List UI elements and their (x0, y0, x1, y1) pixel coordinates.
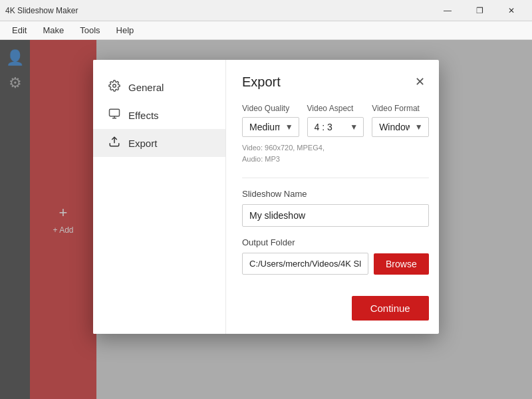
video-aspect-select-wrapper: 4 : 3 16 : 9 1 : 1 ▼ (307, 117, 364, 137)
dialog-sidebar: General Effects (93, 60, 226, 334)
slideshow-name-label: Slideshow Name (242, 189, 429, 199)
sidebar-item-effects[interactable]: Effects (93, 101, 225, 129)
menu-tools[interactable]: Tools (73, 23, 106, 38)
video-format-select-wrapper: Windows Mac Web DVD ▼ (372, 117, 429, 137)
effects-icon (108, 108, 120, 122)
slideshow-name-input[interactable] (242, 204, 429, 227)
dialog-header: Export ✕ (242, 73, 429, 90)
video-aspect-select[interactable]: 4 : 3 16 : 9 1 : 1 (308, 118, 364, 136)
video-info: Video: 960x720, MPEG4, Audio: MP3 (242, 142, 429, 164)
browse-button[interactable]: Browse (374, 253, 429, 275)
general-icon (108, 80, 120, 94)
maximize-button[interactable]: ❐ (464, 1, 495, 21)
sidebar-general-label: General (128, 82, 164, 93)
dialog-main-content: Export ✕ Video Quality Low Medium High U… (226, 60, 439, 334)
title-bar: 4K Slideshow Maker — ❐ ✕ (0, 0, 532, 21)
output-folder-input[interactable] (242, 253, 368, 275)
continue-button[interactable]: Continue (352, 296, 429, 321)
output-folder-group: Output Folder Browse (242, 237, 429, 275)
dialog-overlay: General Effects (0, 40, 532, 399)
svg-rect-1 (110, 109, 120, 116)
output-folder-label: Output Folder (242, 237, 429, 247)
video-quality-select-wrapper: Low Medium High Ultra ▼ (242, 117, 299, 137)
video-aspect-group: Video Aspect 4 : 3 16 : 9 1 : 1 ▼ (307, 104, 364, 137)
video-quality-group: Video Quality Low Medium High Ultra ▼ (242, 104, 299, 137)
video-quality-select[interactable]: Low Medium High Ultra (243, 118, 299, 136)
export-dialog: General Effects (93, 60, 439, 334)
close-button[interactable]: ✕ (496, 1, 527, 21)
svg-point-0 (113, 84, 116, 88)
video-format-select[interactable]: Windows Mac Web DVD (372, 118, 428, 136)
window-controls: — ❐ ✕ (432, 1, 527, 21)
slideshow-name-group: Slideshow Name (242, 189, 429, 227)
export-icon (108, 136, 120, 150)
video-format-group: Video Format Windows Mac Web DVD ▼ (372, 104, 429, 137)
dialog-title: Export (242, 74, 281, 90)
sidebar-item-export[interactable]: Export (93, 129, 225, 157)
menu-bar: Edit Make Tools Help (0, 21, 532, 40)
sidebar-effects-label: Effects (128, 110, 159, 121)
video-aspect-label: Video Aspect (307, 104, 364, 113)
sidebar-item-general[interactable]: General (93, 73, 225, 101)
menu-make[interactable]: Make (36, 23, 70, 38)
folder-row: Browse (242, 253, 429, 275)
minimize-button[interactable]: — (432, 1, 463, 21)
dialog-close-button[interactable]: ✕ (411, 73, 429, 90)
video-format-label: Video Format (372, 104, 429, 113)
menu-help[interactable]: Help (110, 23, 141, 38)
video-settings-row: Video Quality Low Medium High Ultra ▼ Vi… (242, 104, 429, 137)
sidebar-export-label: Export (128, 138, 157, 149)
window-title: 4K Slideshow Maker (5, 6, 78, 15)
video-quality-label: Video Quality (242, 104, 299, 113)
divider-1 (242, 178, 429, 178)
menu-edit[interactable]: Edit (5, 23, 33, 38)
dialog-footer: Continue (242, 285, 429, 321)
